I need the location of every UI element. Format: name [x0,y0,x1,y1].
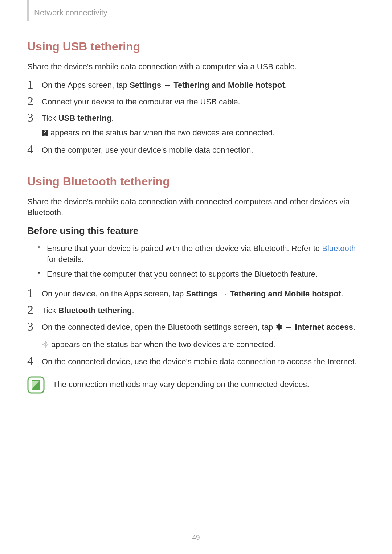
note-icon [27,376,45,395]
step-number: 2 [27,95,42,107]
svg-point-1 [45,130,46,131]
step-body: On your device, on the Apps screen, tap … [42,288,365,300]
arrow: → [161,81,173,90]
text: Ensure that your device is paired with t… [47,244,322,253]
step-body: On the computer, use your device's mobil… [42,144,365,156]
list-item: 3 Tick USB tethering. appears on the sta… [27,112,365,139]
list-item: 2 Connect your device to the computer vi… [27,96,365,108]
svg-point-3 [43,344,44,345]
text: appears on the status bar when the two d… [49,340,275,349]
list-item: 1 On the Apps screen, tap Settings → Tet… [27,79,365,91]
header-category: Network connectivity [34,8,107,17]
note-text: The connection methods may vary dependin… [53,376,309,389]
usb-intro: Share the device's mobile data connectio… [27,61,365,72]
list-item: 2 Tick Bluetooth tethering. [27,305,365,316]
bt-steps: 1 On your device, on the Apps screen, ta… [27,288,365,368]
step-number: 2 [27,304,42,316]
bt-prereq-list: Ensure that your device is paired with t… [38,243,365,280]
header-rule [27,0,29,21]
usb-tethering-title: Using USB tethering [27,40,365,53]
step-number: 3 [27,111,42,124]
list-item: Ensure that the computer that you connec… [38,269,365,280]
settings-label: Settings [186,289,217,298]
text: Ensure that the computer that you connec… [47,270,318,279]
text: On your device, on the Apps screen, tap [42,289,186,298]
bluetooth-tethering-label: Bluetooth tethering [58,306,132,315]
bluetooth-tethering-title: Using Bluetooth tethering [27,175,365,188]
tethering-hotspot-label: Tethering and Mobile hotspot [230,289,341,298]
list-item: Ensure that your device is paired with t… [38,243,365,266]
bluetooth-status-icon [42,340,49,351]
svg-point-4 [48,344,48,345]
usb-status-icon [42,128,48,139]
arrow: → [217,289,230,298]
usb-steps: 1 On the Apps screen, tap Settings → Tet… [27,79,365,156]
text: On the Apps screen, tap [42,81,130,90]
internet-access-label: Internet access [295,323,353,332]
step-body: Connect your device to the computer via … [42,96,365,108]
text: Tick [42,306,58,315]
arrow: → [282,323,295,332]
text: for details. [47,255,84,264]
usb-tethering-label: USB tethering [58,114,112,123]
step-number: 3 [27,320,42,333]
note-row: The connection methods may vary dependin… [27,376,365,395]
gear-icon [275,322,282,334]
list-item: 4 On the computer, use your device's mob… [27,144,365,156]
text: . [285,81,287,90]
text: . [341,289,343,298]
text: appears on the status bar when the two d… [48,128,275,137]
list-item: 1 On your device, on the Apps screen, ta… [27,288,365,300]
bluetooth-link[interactable]: Bluetooth [322,244,356,253]
step-body: Tick USB tethering. appears on the statu… [42,112,365,139]
settings-label: Settings [130,81,161,90]
step-body: On the connected device, use the device'… [42,356,365,368]
svg-rect-2 [45,135,46,136]
step-number: 1 [27,287,42,299]
list-item: 4 On the connected device, use the devic… [27,356,365,368]
step-number: 4 [27,143,42,156]
step-number: 4 [27,355,42,367]
step-number: 1 [27,78,42,91]
step-body: On the connected device, open the Blueto… [42,321,365,351]
text: On the connected device, open the Blueto… [42,323,275,332]
text: . [132,306,134,315]
text: . [111,114,114,123]
step-body: On the Apps screen, tap Settings → Tethe… [42,79,365,91]
text: . [353,323,355,332]
step-body: Tick Bluetooth tethering. [42,305,365,316]
bt-intro: Share the device's mobile data connectio… [27,196,365,218]
list-item: 3 On the connected device, open the Blue… [27,321,365,351]
page-number: 49 [0,534,392,542]
text: Tick [42,114,58,123]
before-using-title: Before using this feature [27,225,365,237]
tethering-hotspot-label: Tethering and Mobile hotspot [173,81,285,90]
